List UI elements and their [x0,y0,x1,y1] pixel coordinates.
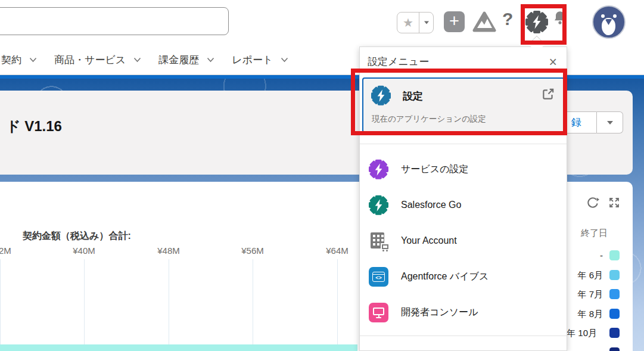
search-input[interactable] [0,7,229,35]
expand-icon[interactable] [608,196,621,209]
menu-item-developer-console[interactable]: 開発者コンソール [360,294,567,330]
menu-item-label: 開発者コンソール [401,306,478,319]
x-tick-label: ¥64M [310,246,364,256]
setup-item-sublabel: 現在のアプリケーションの設定 [372,114,486,125]
setup-menu-panel: 設定メニュー × 設定 現在のアプリケーションの設定 サービ [359,46,567,351]
agentforce-code-window-icon [369,267,388,287]
nav-tab-label: 契約 [1,53,21,67]
menu-divider [360,336,567,336]
nav-tab-label: 課金履歴 [158,53,199,67]
chevron-down-icon [207,57,214,63]
x-tick-label: ¥56M [226,246,279,256]
notifications-bell-icon[interactable] [552,10,568,26]
chart-gridline [0,259,1,345]
setup-menu-title: 設定メニュー [368,55,429,69]
x-tick-label: ¥48M [142,246,195,256]
legend-swatch[interactable] [609,309,620,319]
menu-item-label: Your Account [401,235,457,246]
favorites-button-group[interactable]: ★ [397,12,434,33]
guidance-center-icon[interactable] [472,11,496,33]
global-actions-button[interactable]: + [444,11,465,32]
avatar-eye [613,14,617,18]
developer-console-monitor-icon [369,303,388,322]
nav-tab-reports[interactable]: レポート [231,53,304,67]
page-title: ド V1.16 [6,117,62,136]
legend-swatch[interactable] [609,250,620,260]
chart-gridline [84,259,85,345]
avatar-bear-muzzle [602,18,615,35]
setup-gear-blue-icon [371,86,391,105]
chart-gridline [337,259,338,345]
chart-title: 契約金額（税込み）合計: [23,230,131,243]
help-icon[interactable]: ? [502,9,513,29]
menu-item-service-setup[interactable]: サービスの設定 [360,151,567,187]
setup-gear-icon[interactable] [525,11,548,33]
chevron-down-icon [424,21,429,24]
favorite-star-icon[interactable]: ★ [397,13,419,33]
user-avatar[interactable] [592,5,626,39]
salesforce-screenshot: ★ + ? 契約 [0,0,644,351]
chevron-down-icon [281,57,288,63]
record-action-dropdown-button[interactable] [597,111,623,133]
chevron-down-icon [607,121,613,125]
x-tick-label: ¥40M [57,246,111,256]
service-setup-gear-icon [369,160,388,179]
legend-swatch[interactable] [609,347,620,351]
setup-menu-item-setup[interactable]: 設定 現在のアプリケーションの設定 [362,77,565,133]
nav-tab-billing-history[interactable]: 課金履歴 [157,53,231,67]
legend-swatch[interactable] [609,289,620,299]
chevron-down-icon [29,57,37,63]
chevron-down-icon [133,57,141,63]
menu-item-agentforce-vibes[interactable]: Agentforce バイブス [360,259,567,294]
x-tick-label: ¥32M [0,246,27,256]
close-icon[interactable]: × [549,56,557,68]
menu-divider [360,144,567,144]
global-header: ★ + ? [0,0,644,45]
external-link-icon [541,87,555,101]
nav-tab-products-services[interactable]: 商品・サービス [53,53,157,67]
menu-item-label: Agentforce バイブス [401,271,489,283]
favorites-dropdown-button[interactable] [419,13,433,33]
chart-gridline [253,259,253,345]
nav-tab-label: レポート [232,53,273,67]
nav-tab-contracts[interactable]: 契約 [0,53,53,67]
menu-item-label: サービスの設定 [401,163,469,176]
legend-swatch[interactable] [609,328,620,338]
setup-item-label: 設定 [403,89,423,103]
menu-item-salesforce-go[interactable]: Salesforce Go [360,187,567,223]
building-cart-icon [369,231,388,251]
chart-gridline [169,259,169,345]
salesforce-go-gear-icon [369,195,388,215]
legend-title: 終了日 [581,228,614,239]
avatar-bear-nose [605,19,612,25]
nav-tab-label: 商品・サービス [54,53,126,67]
menu-item-label: Salesforce Go [401,200,461,210]
chart-bar[interactable] [0,344,357,351]
menu-item-your-account[interactable]: Your Account [360,223,567,259]
legend-swatch[interactable] [609,270,620,280]
refresh-icon[interactable] [586,196,599,209]
avatar-eye [601,14,605,18]
